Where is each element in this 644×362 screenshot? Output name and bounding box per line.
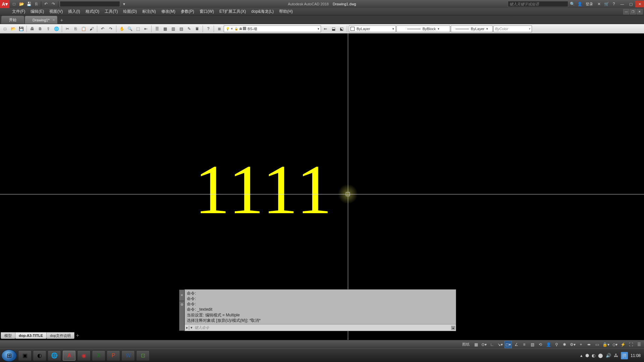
cmd-close-button[interactable]: ✕: [179, 290, 184, 301]
menu-window[interactable]: 窗口(W): [200, 9, 214, 14]
menu-tools[interactable]: 工具(T): [105, 9, 118, 14]
app-logo[interactable]: A▾: [0, 0, 9, 8]
close-icon[interactable]: ✕: [52, 18, 55, 22]
toolpalette-icon[interactable]: ▥: [169, 25, 177, 33]
markup-icon[interactable]: ✎: [185, 25, 193, 33]
redo-icon[interactable]: ↷: [50, 1, 57, 7]
menu-format[interactable]: 格式(O): [86, 9, 99, 14]
designcenter-icon[interactable]: ▦: [161, 25, 169, 33]
exchange-icon[interactable]: ✕: [596, 1, 602, 7]
print-icon[interactable]: 🖶: [29, 25, 36, 33]
pan-icon[interactable]: ✋: [118, 25, 125, 33]
layer-iso-icon[interactable]: ⬕: [338, 25, 345, 33]
clock[interactable]: 11:08: [631, 353, 641, 358]
open-doc-icon[interactable]: 📂: [9, 25, 17, 33]
layer-prev-icon[interactable]: ⇐: [322, 25, 329, 33]
transparency-toggle[interactable]: ▧: [529, 341, 536, 348]
tray-chevron-icon[interactable]: ▴: [580, 353, 583, 358]
osnap-toggle[interactable]: ◻▾: [504, 341, 512, 348]
layer-manager-icon[interactable]: ≣: [216, 25, 223, 33]
plotstyle-dropdown[interactable]: ByColor▾: [493, 25, 532, 32]
gear-icon[interactable]: ⚙▾: [569, 341, 577, 348]
menu-file[interactable]: 文件(F): [12, 9, 25, 14]
save-doc-icon[interactable]: 💾: [17, 25, 25, 33]
otrack-toggle[interactable]: ∠: [513, 341, 520, 348]
hwaccel-icon[interactable]: ⚡: [619, 341, 627, 348]
saveas-icon[interactable]: ⎘: [33, 1, 40, 7]
signin-label[interactable]: 登录: [584, 2, 595, 7]
command-input[interactable]: ▸│▾ 键入命令: [185, 324, 456, 331]
menu-help[interactable]: 帮助(H): [279, 9, 293, 14]
menu-param[interactable]: 参数(P): [181, 9, 194, 14]
grid-toggle[interactable]: ▦: [472, 341, 480, 348]
help-tb-icon[interactable]: ?: [205, 25, 212, 33]
taskbar-app-excel[interactable]: X: [92, 350, 105, 361]
tray-volume-icon[interactable]: 🔊: [606, 353, 611, 358]
properties-icon[interactable]: ☰: [153, 25, 161, 33]
layout-tab-model[interactable]: 模型: [1, 332, 15, 339]
cleanscreen-icon[interactable]: ⛶: [627, 341, 635, 348]
command-window[interactable]: ✕ ⚙ 命令: 命令: 命令: 命令: _textedit 当前设置: 编辑模式…: [184, 289, 456, 331]
tray-icon-1[interactable]: ⬢: [585, 353, 589, 358]
taskbar-app-8[interactable]: ⊡: [136, 350, 150, 361]
polar-toggle[interactable]: ↘▾: [496, 341, 504, 348]
file-tab-drawing1[interactable]: Drawing1*✕: [25, 16, 57, 24]
ime-indicator[interactable]: 拼: [621, 352, 628, 359]
custom-icon[interactable]: ☰: [635, 341, 643, 348]
tray-icon-3[interactable]: ⬤: [598, 353, 603, 358]
web-icon[interactable]: 🌐: [53, 25, 60, 33]
menu-et[interactable]: ET扩展工具(X): [219, 9, 246, 14]
mdi-minimize[interactable]: —: [623, 9, 629, 14]
cmd-scroll-icon[interactable]: ▴: [451, 326, 455, 330]
taskbar-app-autocad[interactable]: A: [62, 350, 76, 361]
close-button[interactable]: ✕: [635, 1, 644, 7]
layer-state-icon[interactable]: ⬓: [330, 25, 337, 33]
zoom-icon[interactable]: 🔍: [126, 25, 133, 33]
new-doc-icon[interactable]: □: [1, 25, 9, 33]
menu-dop[interactable]: dop&海龙(L): [251, 9, 274, 14]
layout-tab-a3title[interactable]: dop-A3-TITLE: [15, 332, 47, 339]
lwt-toggle[interactable]: ≡: [521, 341, 528, 348]
preview-icon[interactable]: 🗎: [37, 25, 44, 33]
help-icon[interactable]: ?: [610, 1, 617, 7]
tray-icon-2[interactable]: ◐: [592, 353, 595, 358]
calc-icon[interactable]: 🖩: [194, 25, 201, 33]
ortho-toggle[interactable]: ∟: [488, 341, 496, 348]
lineweight-dropdown[interactable]: ByLayer▾: [451, 25, 493, 32]
mdi-restore[interactable]: ❐: [630, 9, 636, 14]
file-tab-start[interactable]: 开始: [1, 16, 24, 24]
annovis-icon[interactable]: ⚲: [553, 341, 560, 348]
zoom-window-icon[interactable]: ⬚: [134, 25, 142, 33]
text-object[interactable]: 1111: [195, 154, 333, 225]
open-icon[interactable]: 📂: [18, 1, 25, 7]
taskbar-app-4[interactable]: ◉: [77, 350, 91, 361]
color-dropdown[interactable]: ByLayer▾: [349, 25, 396, 32]
matchprop-icon[interactable]: 🖌: [88, 25, 95, 33]
menu-draw[interactable]: 绘图(D): [123, 9, 137, 14]
new-icon[interactable]: □: [11, 1, 17, 7]
annoauto-icon[interactable]: ✱: [561, 341, 568, 348]
taskbar-app-word[interactable]: W: [121, 350, 135, 361]
taskbar-app-1[interactable]: ◐: [33, 350, 46, 361]
menu-view[interactable]: 视图(V): [49, 9, 63, 14]
paste-icon[interactable]: 📋: [80, 25, 87, 33]
ws-switch-icon[interactable]: +: [577, 341, 585, 348]
undo-icon[interactable]: ↶: [99, 25, 106, 33]
cmd-handle[interactable]: ⚙: [179, 301, 184, 331]
layer-dropdown[interactable]: 💡 ☀ 🔓 🖶 BS-墙▾: [224, 25, 321, 32]
copy-icon[interactable]: ⎘: [72, 25, 79, 33]
linetype-dropdown[interactable]: ByBlock▾: [396, 25, 450, 32]
tray-network-icon[interactable]: 🖧: [614, 353, 618, 358]
sheetset-icon[interactable]: ▤: [177, 25, 185, 33]
space-label[interactable]: 图纸: [460, 342, 472, 347]
mdi-close[interactable]: ✕: [637, 9, 643, 14]
redo-icon[interactable]: ↷: [107, 25, 114, 33]
layout-add-button[interactable]: +: [74, 332, 81, 339]
minimize-button[interactable]: —: [618, 1, 627, 7]
annoscale-icon[interactable]: 👤: [545, 341, 552, 348]
new-tab-button[interactable]: +: [58, 16, 65, 24]
menu-modify[interactable]: 修改(M): [161, 9, 175, 14]
menu-insert[interactable]: 插入(I): [68, 9, 80, 14]
taskbar-app-0[interactable]: ▣: [18, 350, 32, 361]
infocenter-icon[interactable]: 🔍: [569, 1, 576, 7]
